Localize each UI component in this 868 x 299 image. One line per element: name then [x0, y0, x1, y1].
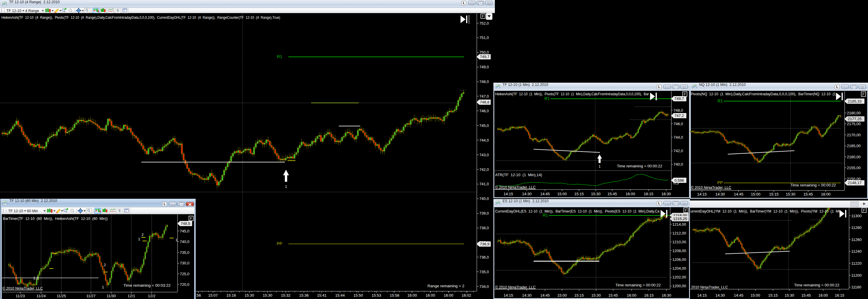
svg-text:1206,00: 1206,00 — [672, 257, 686, 262]
svg-text:11280: 11280 — [851, 225, 862, 230]
svg-text:11/25: 11/25 — [57, 294, 66, 298]
svg-text:15:32: 15:32 — [281, 293, 291, 298]
svg-text:1200,00: 1200,00 — [672, 284, 686, 288]
svg-text:16:02: 16:02 — [462, 293, 471, 298]
svg-text:15:58: 15:58 — [390, 293, 400, 298]
svg-text:11200: 11200 — [851, 273, 862, 277]
svg-text:F: F — [685, 208, 687, 212]
svg-text:Time remaining = 00:00:22: Time remaining = 00:00:22 — [794, 283, 840, 287]
svg-text:740,0: 740,0 — [180, 239, 189, 244]
svg-text:1: 1 — [176, 238, 178, 242]
svg-text:15:41: 15:41 — [317, 293, 327, 298]
svg-text:11240: 11240 — [851, 249, 862, 254]
svg-text:R1: R1 — [545, 96, 550, 101]
svg-text:11/30: 11/30 — [106, 294, 116, 298]
svg-text:11300: 11300 — [851, 214, 862, 218]
svg-text:747,0: 747,0 — [479, 94, 489, 99]
svg-text:Time remaining = 00:00:22: Time remaining = 00:00:22 — [617, 164, 662, 168]
svg-text:16:00: 16:00 — [407, 293, 417, 298]
svg-text:15:44: 15:44 — [335, 293, 345, 298]
svg-text:15:16: 15:16 — [226, 293, 236, 298]
svg-text:16:15: 16:15 — [644, 192, 654, 196]
svg-text:734,0: 734,0 — [479, 284, 489, 289]
svg-text:16:15: 16:15 — [644, 293, 654, 298]
svg-text:746,6: 746,6 — [480, 100, 490, 104]
svg-text:1202,00: 1202,00 — [672, 275, 686, 279]
svg-text:16:00: 16:00 — [444, 293, 454, 298]
svg-text:736,0: 736,0 — [479, 255, 489, 259]
svg-text:11/23: 11/23 — [16, 294, 25, 298]
svg-text:15:45: 15:45 — [801, 293, 811, 298]
svg-text:HeikenAshi(TF 12-10 (1 Min): HeikenAshi(TF 12-10 (1 Min)), Pivots(TF … — [495, 92, 649, 96]
svg-text:1212,00: 1212,00 — [672, 231, 686, 235]
svg-text:14:45: 14:45 — [540, 192, 550, 196]
svg-text:749,7: 749,7 — [674, 96, 684, 101]
svg-text:735,0: 735,0 — [479, 270, 489, 274]
svg-text:745,0: 745,0 — [479, 124, 489, 128]
svg-text:15:15: 15:15 — [769, 192, 779, 196]
svg-text:15:45: 15:45 — [803, 192, 813, 196]
svg-text::56: :56 — [196, 293, 201, 298]
svg-text:736,9: 736,9 — [480, 242, 490, 246]
svg-text:11/27: 11/27 — [86, 294, 96, 298]
svg-text:15:15: 15:15 — [768, 293, 778, 298]
svg-text:747,2: 747,2 — [674, 113, 684, 118]
svg-text:BarTimer(TF 12-10 (60 Min)): BarTimer(TF 12-10 (60 Min)), HeikenAshi(… — [3, 216, 107, 221]
svg-text:12/1: 12/1 — [128, 294, 135, 298]
svg-text:2180,00: 2180,00 — [847, 111, 861, 115]
svg-text:14:45: 14:45 — [540, 293, 550, 298]
svg-text:1215,25: 1215,25 — [673, 217, 687, 221]
svg-text:15:30: 15:30 — [785, 293, 794, 298]
svg-text:16:00: 16:00 — [426, 293, 435, 298]
svg-text:1: 1 — [599, 164, 601, 169]
svg-text:748,0: 748,0 — [674, 108, 683, 112]
svg-text:15:07: 15:07 — [208, 293, 218, 298]
svg-text:Pivots(NQ 12-10 (1 Min),Dai: Pivots(NQ 12-10 (1 Min),Daily,CalcFromIn… — [691, 92, 836, 96]
svg-text:11220: 11220 — [851, 261, 862, 266]
svg-text:1214,00: 1214,00 — [672, 222, 686, 227]
svg-text:15:45: 15:45 — [608, 192, 617, 196]
svg-text:0,596: 0,596 — [674, 178, 684, 182]
svg-text:744,0: 744,0 — [674, 135, 683, 139]
svg-text:15:00: 15:00 — [557, 293, 567, 298]
svg-text:16:15: 16:15 — [835, 293, 844, 298]
svg-text:1: 1 — [102, 285, 104, 289]
svg-text:11/24: 11/24 — [36, 294, 46, 298]
svg-text:15:45: 15:45 — [609, 293, 618, 298]
svg-text:725,0: 725,0 — [180, 272, 189, 276]
svg-text:740,0: 740,0 — [674, 162, 683, 166]
svg-text:749,7: 749,7 — [480, 55, 490, 59]
svg-text:15:00: 15:00 — [751, 192, 761, 196]
svg-text:749,0: 749,0 — [479, 65, 489, 69]
svg-text:14:15: 14:15 — [504, 293, 513, 298]
svg-text:2175,00: 2175,00 — [847, 122, 861, 126]
svg-text:1,2: 1,2 — [33, 276, 38, 280]
svg-text:© 2010 NinjaTrader, LLC: © 2010 NinjaTrader, LLC — [495, 285, 536, 289]
svg-text:Time remaining = 00:00:22: Time remaining = 00:00:22 — [790, 183, 836, 187]
svg-text:1: 1 — [285, 185, 287, 189]
svg-text:1: 1 — [138, 237, 140, 241]
svg-text:739,0: 739,0 — [479, 211, 489, 215]
svg-text:743,0: 743,0 — [479, 153, 489, 157]
svg-text:1208,00: 1208,00 — [672, 248, 686, 253]
svg-text:14:45: 14:45 — [734, 293, 744, 298]
svg-text:urrentDayOHL(YM 12-10 (1 Mi: urrentDayOHL(YM 12-10 (1 Min)), BarTimer… — [690, 209, 840, 213]
svg-text:14:45: 14:45 — [734, 192, 744, 196]
svg-text:16:30: 16:30 — [661, 192, 671, 196]
svg-text:PP: PP — [277, 241, 282, 246]
svg-text:F: F — [190, 217, 192, 221]
svg-text:ATR(TF 12-10 (1 Min),14): ATR(TF 12-10 (1 Min),14) — [495, 173, 542, 177]
svg-text:15:30: 15:30 — [591, 192, 601, 196]
svg-text:748,0: 748,0 — [479, 79, 489, 84]
svg-text:752,0: 752,0 — [479, 21, 489, 26]
svg-text:2010 NinjaTrader, LLC: 2010 NinjaTrader, LLC — [691, 285, 728, 289]
svg-text:R1: R1 — [277, 54, 282, 59]
svg-text:748,5: 748,5 — [181, 221, 190, 226]
svg-text:742,0: 742,0 — [479, 167, 489, 172]
svg-text:15:36: 15:36 — [299, 293, 309, 298]
svg-text:© 2010 NinjaTrader, LLC: © 2010 NinjaTrader, LLC — [495, 185, 536, 189]
svg-text:15:15: 15:15 — [575, 293, 584, 298]
svg-text:F: F — [863, 208, 865, 212]
svg-text:11260: 11260 — [851, 237, 862, 242]
svg-text:CurrentDayOHL(ES 12-10 (1 M: CurrentDayOHL(ES 12-10 (1 Min)), BarTime… — [495, 209, 660, 213]
